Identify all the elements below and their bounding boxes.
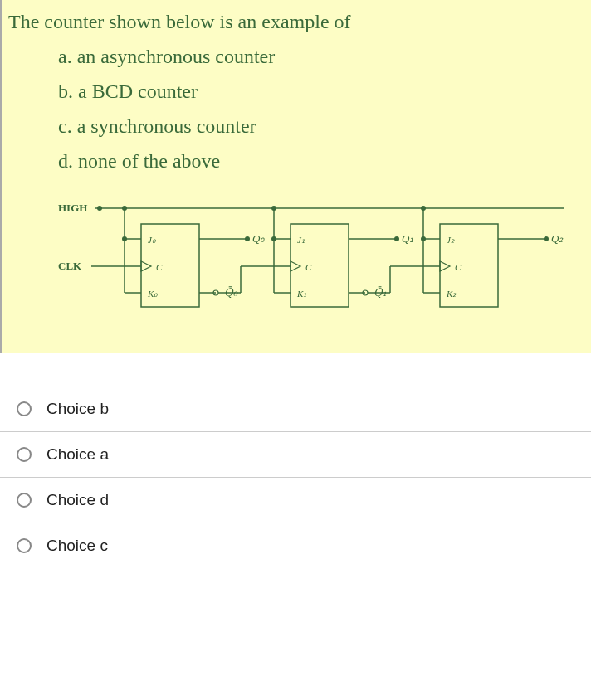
option-letter: b. [58, 80, 73, 102]
svg-point-55 [544, 236, 549, 241]
svg-point-12 [122, 236, 127, 241]
choice-label: Choice c [46, 537, 108, 555]
question-text: The counter shown below is an example of… [8, 7, 584, 176]
choice-label: Choice a [46, 445, 109, 464]
svg-text:K₂: K₂ [446, 289, 457, 299]
choice-b-row[interactable]: Choice b [0, 386, 591, 432]
radio-button[interactable] [17, 538, 32, 553]
svg-text:J₁: J₁ [297, 235, 305, 245]
svg-text:J₂: J₂ [447, 235, 455, 245]
svg-text:K₀: K₀ [147, 289, 158, 299]
choice-d-row[interactable]: Choice d [0, 478, 591, 523]
svg-text:J₀: J₀ [148, 235, 156, 245]
svg-text:Q₀: Q₀ [252, 232, 265, 245]
svg-point-35 [394, 236, 399, 241]
answer-choices: Choice b Choice a Choice d Choice c [0, 386, 591, 568]
svg-point-46 [421, 206, 426, 211]
svg-point-6 [122, 206, 127, 211]
option-letter: d. [58, 150, 73, 172]
svg-text:K₁: K₁ [296, 289, 306, 299]
option-c: c. a synchronous counter [58, 111, 584, 141]
svg-marker-28 [291, 261, 300, 271]
svg-point-32 [271, 236, 276, 241]
choice-label: Choice d [46, 491, 109, 509]
option-text: a BCD counter [78, 80, 198, 102]
option-text: an asynchronous counter [77, 46, 276, 67]
option-text: a synchronous counter [77, 115, 256, 137]
circuit-svg: HIGH CLK J₀ C [50, 199, 564, 340]
svg-point-15 [245, 236, 250, 241]
svg-text:C: C [156, 262, 163, 272]
svg-text:Q₁: Q₁ [402, 232, 413, 245]
svg-marker-48 [440, 261, 450, 271]
option-b: b. a BCD counter [58, 76, 584, 106]
high-label: HIGH [58, 202, 87, 214]
option-a: a. an asynchronous counter [58, 41, 584, 71]
radio-button[interactable] [17, 401, 32, 416]
svg-text:Q₂: Q₂ [551, 232, 564, 245]
radio-button[interactable] [17, 493, 32, 508]
question-box: The counter shown below is an example of… [0, 0, 591, 353]
question-stem: The counter shown below is an example of [8, 7, 584, 36]
flipflop-0: J₀ C K₀ Q₀ Q̄₀ [122, 206, 291, 307]
option-letter: c. [58, 115, 72, 137]
svg-text:C: C [305, 262, 312, 272]
svg-marker-8 [141, 261, 151, 271]
clk-label: CLK [58, 260, 82, 272]
option-letter: a. [58, 46, 72, 67]
flipflop-2: J₂ C K₂ Q₂ [421, 206, 564, 307]
choice-label: Choice b [46, 400, 109, 418]
radio-button[interactable] [17, 447, 32, 462]
svg-point-26 [271, 206, 276, 211]
svg-point-52 [421, 236, 426, 241]
svg-point-2 [97, 206, 102, 211]
choice-c-row[interactable]: Choice c [0, 523, 591, 568]
option-d: d. none of the above [58, 146, 584, 176]
circuit-diagram: HIGH CLK J₀ C [50, 199, 564, 340]
flipflop-1: J₁ C K₁ Q₁ Q̄₁ [271, 206, 440, 307]
svg-text:C: C [455, 262, 462, 272]
option-text: none of the above [78, 150, 220, 172]
choice-a-row[interactable]: Choice a [0, 432, 591, 478]
